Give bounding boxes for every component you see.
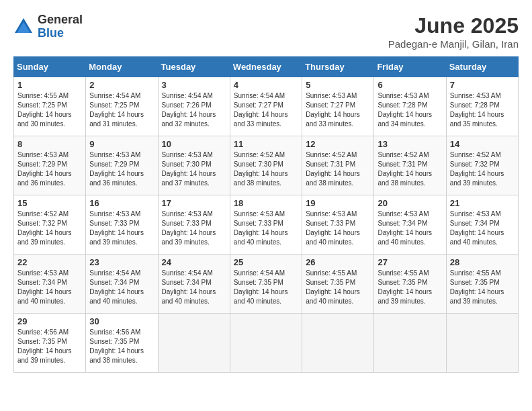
day-info: Sunrise: 4:54 AM Sunset: 7:25 PM Dayligh… — [89, 91, 154, 129]
day-info: Sunrise: 4:54 AM Sunset: 7:34 PM Dayligh… — [89, 269, 154, 306]
daylight-label: Daylight: 14 hours and 40 minutes. — [17, 288, 72, 305]
sunset-label: Sunset: 7:30 PM — [162, 161, 212, 168]
day-info: Sunrise: 4:53 AM Sunset: 7:29 PM Dayligh… — [89, 150, 154, 188]
sunset-label: Sunset: 7:35 PM — [450, 279, 500, 286]
sunset-label: Sunset: 7:34 PM — [450, 220, 500, 227]
daylight-label: Daylight: 14 hours and 40 minutes. — [234, 229, 288, 246]
day-number: 29 — [17, 316, 82, 326]
calendar-cell: 6 Sunrise: 4:53 AM Sunset: 7:28 PM Dayli… — [374, 77, 446, 136]
daylight-label: Daylight: 14 hours and 40 minutes. — [234, 288, 288, 305]
day-info: Sunrise: 4:56 AM Sunset: 7:35 PM Dayligh… — [17, 328, 82, 365]
sunset-label: Sunset: 7:33 PM — [306, 220, 355, 227]
day-info: Sunrise: 4:54 AM Sunset: 7:34 PM Dayligh… — [162, 269, 226, 306]
calendar-cell: 29 Sunrise: 4:56 AM Sunset: 7:35 PM Dayl… — [14, 314, 86, 373]
day-info: Sunrise: 4:53 AM Sunset: 7:28 PM Dayligh… — [378, 91, 442, 129]
daylight-label: Daylight: 14 hours and 37 minutes. — [162, 170, 216, 187]
calendar-cell — [230, 314, 302, 373]
sunset-label: Sunset: 7:35 PM — [378, 279, 427, 286]
calendar-cell — [446, 314, 518, 373]
daylight-label: Daylight: 14 hours and 40 minutes. — [378, 229, 432, 246]
day-info: Sunrise: 4:53 AM Sunset: 7:27 PM Dayligh… — [306, 91, 370, 129]
logo-icon — [13, 17, 34, 37]
day-number: 10 — [162, 139, 226, 149]
calendar-cell: 12 Sunrise: 4:52 AM Sunset: 7:31 PM Dayl… — [302, 136, 374, 195]
sunrise-label: Sunrise: 4:52 AM — [378, 151, 429, 158]
sunrise-label: Sunrise: 4:53 AM — [89, 151, 140, 158]
daylight-label: Daylight: 14 hours and 38 minutes. — [306, 170, 360, 187]
sunset-label: Sunset: 7:34 PM — [89, 279, 139, 286]
sunrise-label: Sunrise: 4:55 AM — [378, 269, 429, 277]
calendar-cell: 18 Sunrise: 4:53 AM Sunset: 7:33 PM Dayl… — [230, 195, 302, 255]
sunset-label: Sunset: 7:29 PM — [89, 161, 139, 168]
calendar-cell: 22 Sunrise: 4:53 AM Sunset: 7:34 PM Dayl… — [14, 255, 86, 314]
day-number: 9 — [89, 139, 154, 149]
calendar-cell: 16 Sunrise: 4:53 AM Sunset: 7:33 PM Dayl… — [86, 195, 158, 255]
calendar-cell: 19 Sunrise: 4:53 AM Sunset: 7:33 PM Dayl… — [302, 195, 374, 255]
day-info: Sunrise: 4:55 AM Sunset: 7:35 PM Dayligh… — [306, 269, 370, 306]
calendar-cell — [302, 314, 374, 373]
sunset-label: Sunset: 7:32 PM — [17, 220, 67, 227]
header-row: SundayMondayTuesdayWednesdayThursdayFrid… — [14, 57, 519, 77]
sunrise-label: Sunrise: 4:54 AM — [234, 269, 285, 277]
sunset-label: Sunset: 7:31 PM — [306, 161, 355, 168]
day-number: 18 — [234, 198, 298, 208]
col-header-friday: Friday — [374, 57, 446, 77]
daylight-label: Daylight: 14 hours and 35 minutes. — [450, 111, 504, 128]
calendar-cell: 26 Sunrise: 4:55 AM Sunset: 7:35 PM Dayl… — [302, 255, 374, 314]
sunset-label: Sunset: 7:32 PM — [450, 161, 500, 168]
daylight-label: Daylight: 14 hours and 39 minutes. — [17, 347, 72, 364]
day-info: Sunrise: 4:53 AM Sunset: 7:34 PM Dayligh… — [450, 210, 515, 247]
sunset-label: Sunset: 7:25 PM — [89, 101, 139, 109]
daylight-label: Daylight: 14 hours and 34 minutes. — [378, 111, 432, 128]
day-number: 5 — [306, 80, 370, 90]
daylight-label: Daylight: 14 hours and 39 minutes. — [450, 288, 504, 305]
daylight-label: Daylight: 14 hours and 39 minutes. — [89, 229, 144, 246]
daylight-label: Daylight: 14 hours and 40 minutes. — [89, 288, 144, 305]
sunset-label: Sunset: 7:35 PM — [306, 279, 355, 286]
calendar-cell: 8 Sunrise: 4:53 AM Sunset: 7:29 PM Dayli… — [14, 136, 86, 195]
sunrise-label: Sunrise: 4:55 AM — [306, 269, 357, 277]
day-number: 17 — [162, 198, 226, 208]
day-number: 11 — [234, 139, 298, 149]
daylight-label: Daylight: 14 hours and 33 minutes. — [306, 111, 360, 128]
daylight-label: Daylight: 14 hours and 36 minutes. — [89, 170, 144, 187]
logo-blue: Blue — [38, 27, 83, 40]
day-number: 27 — [378, 257, 442, 267]
daylight-label: Daylight: 14 hours and 38 minutes. — [234, 170, 288, 187]
daylight-label: Daylight: 14 hours and 38 minutes. — [378, 170, 432, 187]
logo-general: General — [38, 13, 83, 27]
sunrise-label: Sunrise: 4:55 AM — [450, 269, 501, 277]
day-number: 14 — [450, 139, 515, 149]
calendar-cell: 28 Sunrise: 4:55 AM Sunset: 7:35 PM Dayl… — [446, 255, 518, 314]
sunset-label: Sunset: 7:31 PM — [378, 161, 427, 168]
day-number: 20 — [378, 198, 442, 208]
day-info: Sunrise: 4:55 AM Sunset: 7:25 PM Dayligh… — [17, 91, 82, 129]
calendar-cell: 20 Sunrise: 4:53 AM Sunset: 7:34 PM Dayl… — [374, 195, 446, 255]
calendar-cell: 30 Sunrise: 4:56 AM Sunset: 7:35 PM Dayl… — [86, 314, 158, 373]
sunrise-label: Sunrise: 4:54 AM — [234, 92, 285, 99]
daylight-label: Daylight: 14 hours and 40 minutes. — [306, 288, 360, 305]
logo: General Blue — [13, 13, 83, 40]
sunrise-label: Sunrise: 4:54 AM — [162, 269, 213, 277]
calendar-cell: 4 Sunrise: 4:54 AM Sunset: 7:27 PM Dayli… — [230, 77, 302, 136]
sunrise-label: Sunrise: 4:52 AM — [450, 151, 501, 158]
calendar-cell: 2 Sunrise: 4:54 AM Sunset: 7:25 PM Dayli… — [86, 77, 158, 136]
sunrise-label: Sunrise: 4:52 AM — [234, 151, 285, 158]
day-number: 16 — [89, 198, 154, 208]
sunset-label: Sunset: 7:35 PM — [17, 338, 67, 345]
calendar-week-5: 29 Sunrise: 4:56 AM Sunset: 7:35 PM Dayl… — [14, 314, 519, 373]
day-info: Sunrise: 4:53 AM Sunset: 7:33 PM Dayligh… — [234, 210, 298, 247]
sunset-label: Sunset: 7:28 PM — [378, 101, 427, 109]
sunrise-label: Sunrise: 4:53 AM — [234, 210, 285, 218]
day-info: Sunrise: 4:52 AM Sunset: 7:30 PM Dayligh… — [234, 150, 298, 188]
daylight-label: Daylight: 14 hours and 38 minutes. — [89, 347, 144, 364]
day-info: Sunrise: 4:52 AM Sunset: 7:32 PM Dayligh… — [450, 150, 515, 188]
sunrise-label: Sunrise: 4:52 AM — [17, 210, 69, 218]
day-info: Sunrise: 4:55 AM Sunset: 7:35 PM Dayligh… — [450, 269, 515, 306]
sunrise-label: Sunrise: 4:54 AM — [89, 269, 140, 277]
day-number: 22 — [17, 257, 82, 267]
sunrise-label: Sunrise: 4:53 AM — [162, 210, 213, 218]
day-number: 30 — [89, 316, 154, 326]
day-info: Sunrise: 4:52 AM Sunset: 7:32 PM Dayligh… — [17, 210, 82, 247]
sunset-label: Sunset: 7:35 PM — [89, 338, 139, 345]
